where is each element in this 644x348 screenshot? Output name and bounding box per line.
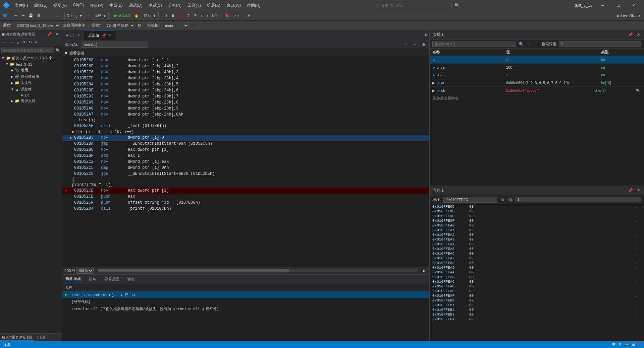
mem-row-15[interactable]: 0x010FFEAB00. bbox=[430, 275, 644, 279]
dis-line-push1[interactable]: 001D52CE push eax bbox=[62, 194, 429, 200]
menu-git[interactable]: Git(G) bbox=[70, 1, 87, 10]
lang-icon[interactable]: 英 bbox=[612, 342, 615, 347]
save-btn[interactable]: 💾 bbox=[27, 13, 35, 18]
mem-row-23[interactable]: 0x010FFEB300. bbox=[430, 312, 644, 317]
dis-line-5[interactable]: 001D5284 mov dword ptr [ebp-38h],5 bbox=[62, 81, 429, 87]
mem-row-12[interactable]: 0x010FFEA800. bbox=[430, 261, 644, 265]
addr-nav-back[interactable]: ← bbox=[402, 42, 409, 47]
dis-line-4[interactable]: 001D527D mov dword ptr [ebp-3Ch],4 bbox=[62, 75, 429, 81]
close-panel-btn[interactable]: ✕ bbox=[54, 31, 60, 37]
tree-item-solution[interactable]: ▼ 📁 解决方案'test_3_13'(1 个... bbox=[0, 55, 62, 61]
watch-row-i[interactable]: ● i 0 int bbox=[430, 56, 644, 64]
process-dropdown[interactable]: [20372] test_3_13.exe bbox=[14, 22, 60, 29]
tab-disassembly[interactable]: 反汇编 📌 ✕ bbox=[84, 30, 116, 40]
sol-refresh-btn[interactable]: ↻ bbox=[28, 40, 33, 45]
addr-nav-forward[interactable]: → bbox=[412, 42, 418, 47]
dis-line-call2[interactable]: 001D52D4 call _printf (01D10CDh) bbox=[62, 206, 429, 212]
search-go-btn[interactable]: 🔍 bbox=[518, 41, 525, 47]
tab-exceptions[interactable]: 异常设置 bbox=[100, 275, 123, 283]
mem-row-18[interactable]: 0x010FFEAE00. bbox=[430, 289, 644, 293]
menu-build[interactable]: 生成(B) bbox=[107, 1, 125, 10]
menu-edit[interactable]: 编辑(E) bbox=[31, 1, 50, 10]
dis-line-1[interactable]: 001D5268 mov dword ptr [arr],1 bbox=[62, 57, 429, 63]
back-nav-btn[interactable]: ← bbox=[46, 13, 52, 18]
dis-line-6[interactable]: 001D528B mov dword ptr [ebp-34h],6 bbox=[62, 87, 429, 93]
mem-row-6[interactable]: 0x010FFEA200. bbox=[430, 232, 644, 237]
debug-config-dropdown[interactable]: Debug ▼ bbox=[64, 12, 85, 19]
mem-row-2[interactable]: 0x010FFE9E00. bbox=[430, 214, 644, 218]
dis-line-3[interactable]: 001D5276 mov dword ptr [ebp-40h],3 bbox=[62, 69, 429, 75]
tree-item-refs[interactable]: ▶ 📎 引用 bbox=[0, 67, 62, 73]
stack-dropdown[interactable]: main bbox=[162, 22, 189, 29]
mem-row-9[interactable]: 0x010FFEA500. bbox=[430, 247, 644, 251]
new-project-btn[interactable]: 🔵 bbox=[1, 13, 9, 18]
forward-nav-btn[interactable]: → bbox=[54, 13, 60, 18]
menu-test[interactable]: 测试(S) bbox=[146, 1, 165, 10]
dis-line-add[interactable]: 001D52BF add eax,1 bbox=[62, 153, 429, 159]
grid-icon[interactable]: ⊞ bbox=[632, 343, 635, 347]
watch-row-i2[interactable]: ● i+2 2 int bbox=[430, 71, 644, 79]
step-into-btn[interactable]: ↓ bbox=[199, 13, 204, 18]
close-button[interactable]: ✕ bbox=[626, 0, 641, 11]
mem-row-17[interactable]: 0x010FFEAD00. bbox=[430, 284, 644, 289]
dis-line-2[interactable]: 001D526F mov dword ptr [ebp-44h],2 bbox=[62, 63, 429, 69]
mem-row-4[interactable]: 0x010FFEA000. bbox=[430, 223, 644, 228]
tab-settings-btn[interactable]: ⚙ bbox=[423, 32, 429, 38]
sol-back-btn[interactable]: ← bbox=[1, 40, 8, 45]
mem-row-16[interactable]: 0x010FFEAC00. bbox=[430, 279, 644, 284]
cs-row-0[interactable]: ▶ test_3_13.exe!main(...) 行 33 bbox=[62, 291, 429, 298]
tab-callstack[interactable]: 调用堆栈 bbox=[62, 275, 85, 283]
tree-item-resources[interactable]: ▶ 📁 资源文件 bbox=[0, 98, 62, 104]
close-tab-disasm[interactable]: ✕ bbox=[109, 33, 111, 37]
mem-col-input[interactable] bbox=[516, 197, 641, 202]
dis-line-jmp[interactable]: 001D52BA jmp __$EncStackInitStart+99h (0… bbox=[62, 141, 429, 147]
mem-row-19[interactable]: 0x010FFEAF00. bbox=[430, 293, 644, 298]
cs-row-2[interactable]: kernel32.dll![下面的框架可能不正确和/或缺失，没有为 kernel… bbox=[62, 305, 429, 312]
mem-pin-btn[interactable]: 📌 bbox=[627, 188, 634, 193]
tree-item-source[interactable]: ▼ ▲ 源文件 bbox=[0, 86, 62, 92]
dis-line-8[interactable]: 001D5299 mov dword ptr [ebp-2Ch],8 bbox=[62, 99, 429, 106]
horizontal-scrollbar[interactable] bbox=[98, 269, 417, 272]
search-back-btn[interactable]: ← bbox=[526, 41, 533, 47]
tree-item-1c[interactable]: ■ 1.c bbox=[0, 92, 62, 98]
tab-class-view[interactable]: 类视图 bbox=[34, 335, 48, 341]
address-input[interactable] bbox=[81, 42, 148, 48]
mem-row-13[interactable]: 0x010FFEA900. bbox=[430, 265, 644, 270]
menu-analyze[interactable]: 分析(N) bbox=[165, 1, 184, 10]
watch-close-btn[interactable]: ✕ bbox=[636, 32, 641, 38]
tab-solution-explorer[interactable]: 解决方案资源管理器 bbox=[0, 334, 34, 341]
tree-item-external[interactable]: ▶ 🔗 外部依赖项 bbox=[0, 73, 62, 80]
dis-line-bp[interactable]: ● 001D52CB mov eax,dword ptr [i] bbox=[62, 188, 429, 194]
mem-row-10[interactable]: 0x010FFEA600. bbox=[430, 251, 644, 256]
debug-btn-1[interactable]: ⟨⟩ bbox=[163, 13, 168, 18]
menu-file[interactable]: 文件(F) bbox=[12, 1, 31, 10]
tab-output[interactable]: 输出 bbox=[123, 275, 139, 283]
minimize-button[interactable]: ─ bbox=[595, 0, 610, 11]
undo-btn[interactable]: ↩ bbox=[13, 13, 19, 18]
mem-row-3[interactable]: 0x010FFE9F00. bbox=[430, 218, 644, 223]
menu-extensions[interactable]: 扩展(X) bbox=[204, 1, 223, 10]
depth-input[interactable] bbox=[559, 41, 641, 47]
search-forward-btn[interactable]: → bbox=[534, 41, 540, 47]
menu-window[interactable]: 窗口(W) bbox=[224, 1, 244, 10]
hot-reload-btn[interactable]: 🔥 bbox=[133, 13, 140, 18]
debug-btn-4[interactable]: ↺ bbox=[185, 13, 191, 18]
debug-btn-6[interactable]: ⊳⊳ bbox=[232, 13, 241, 18]
dis-line-push2[interactable]: 001D52CF push offset string "%d " (01D7B… bbox=[62, 200, 429, 206]
dis-line-7[interactable]: 001D5292 mov dword ptr [ebp-30h],7 bbox=[62, 93, 429, 99]
dis-line-cmp[interactable]: 001D52C5 cmp dword ptr [i],0Ah bbox=[62, 165, 429, 171]
mem-row-21[interactable]: 0x010FFEB100. bbox=[430, 303, 644, 307]
live-share-btn[interactable]: ◉ Live Share bbox=[613, 13, 643, 19]
mem-addr-input[interactable] bbox=[443, 197, 497, 203]
continue-btn[interactable]: ▶ 继续(C) bbox=[113, 12, 131, 19]
mem-close-btn[interactable]: ✕ bbox=[636, 188, 641, 193]
more-btn[interactable]: ≫ bbox=[245, 13, 252, 18]
debug-btn-3[interactable]: ⏹ bbox=[177, 13, 184, 18]
mic-icon[interactable]: 🎙 bbox=[618, 343, 622, 347]
tab-1c[interactable]: ■ 1.c ✕ bbox=[62, 30, 84, 40]
close-tab-1c[interactable]: ✕ bbox=[77, 33, 80, 37]
menu-view[interactable]: 视图(V) bbox=[51, 1, 69, 10]
maximize-button[interactable]: ☐ bbox=[610, 0, 626, 11]
scroll-right-btn[interactable]: ▶ bbox=[421, 268, 427, 274]
zoom-dropdown[interactable]: 100 % bbox=[76, 268, 94, 274]
